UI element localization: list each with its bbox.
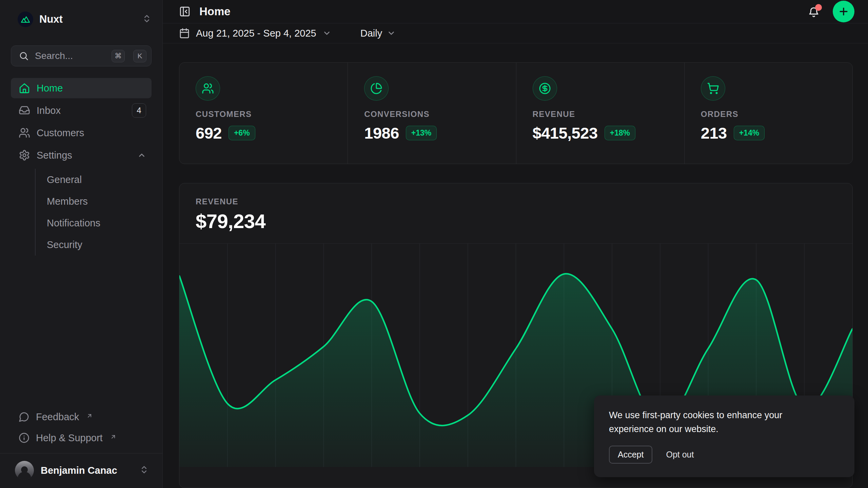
chevron-down-icon — [322, 29, 331, 38]
subnav-label: Notifications — [47, 218, 100, 229]
sidebar-item-home[interactable]: Home — [11, 78, 152, 98]
cookie-message: We use first-party cookies to enhance yo… — [609, 408, 819, 436]
subnav-label: Members — [47, 196, 88, 207]
cookie-banner: We use first-party cookies to enhance yo… — [594, 395, 854, 477]
revenue-chart-header: REVENUE $79,234 — [179, 183, 852, 232]
sidebar-item-inbox[interactable]: Inbox 4 — [11, 100, 152, 121]
stat-delta-badge: +14% — [734, 126, 765, 140]
nuxt-logo-icon — [18, 12, 33, 27]
sidebar-item-label: Inbox — [37, 105, 61, 116]
stat-delta-badge: +18% — [605, 126, 635, 140]
user-name: Benjamin Canac — [41, 465, 117, 476]
sidebar-item-label: Home — [37, 83, 63, 94]
user-menu[interactable]: Benjamin Canac — [11, 453, 152, 488]
stat-value: 213 — [701, 124, 727, 142]
plus-icon — [838, 6, 849, 17]
sidebar-item-customers[interactable]: Customers — [11, 123, 152, 143]
dollar-circle-icon — [533, 76, 557, 101]
main-area: Home Aug 21, 2025 - Sep 4, 2025 — [163, 0, 868, 488]
sidebar-nav: Home Inbox 4 Customers Sett — [11, 78, 152, 256]
header-actions — [808, 1, 854, 22]
message-circle-icon — [19, 411, 29, 422]
filters-toolbar: Aug 21, 2025 - Sep 4, 2025 Daily — [163, 23, 868, 43]
stat-revenue: REVENUE $415,523 +18% — [516, 63, 684, 164]
search-input[interactable]: Search... ⌘ K — [11, 45, 152, 66]
settings-subnav: General Members Notifications Security — [35, 169, 152, 256]
stat-conversions: CONVERSIONS 1986 +13% — [348, 63, 516, 164]
stat-label: ORDERS — [701, 109, 842, 119]
stat-orders: ORDERS 213 +14% — [684, 63, 852, 164]
page-title: Home — [199, 5, 231, 18]
notifications-button[interactable] — [808, 5, 820, 18]
external-link-icon — [86, 410, 93, 422]
avatar — [15, 461, 34, 480]
granularity-value: Daily — [360, 28, 382, 39]
chevrons-up-down-icon — [139, 465, 149, 476]
opt-out-button[interactable]: Opt out — [666, 450, 694, 460]
notification-dot — [815, 4, 822, 11]
workspace-switcher[interactable]: Nuxt — [11, 8, 152, 30]
workspace-name: Nuxt — [39, 13, 63, 25]
stat-value: 1986 — [364, 124, 399, 142]
inbox-count-badge: 4 — [132, 103, 146, 118]
date-range-picker[interactable]: Aug 21, 2025 - Sep 4, 2025 — [179, 28, 331, 39]
users-icon — [19, 127, 30, 139]
stat-delta-badge: +6% — [229, 126, 255, 140]
stat-value: 692 — [196, 124, 222, 142]
stat-label: CUSTOMERS — [196, 109, 337, 119]
stat-label: CONVERSIONS — [364, 109, 506, 119]
stat-label: REVENUE — [533, 109, 674, 119]
cookie-actions: Accept Opt out — [609, 446, 840, 464]
sidebar-item-members[interactable]: Members — [36, 190, 152, 212]
sidebar-item-label: Customers — [37, 127, 84, 139]
date-range-value: Aug 21, 2025 - Sep 4, 2025 — [196, 28, 316, 39]
pie-chart-icon — [364, 76, 389, 101]
sidebar-collapse-button[interactable] — [179, 6, 191, 17]
subnav-label: Security — [47, 239, 82, 250]
footer-link-label: Feedback — [36, 411, 79, 423]
external-link-icon — [110, 431, 117, 443]
users-icon — [196, 76, 220, 101]
gear-icon — [19, 149, 30, 161]
accept-button[interactable]: Accept — [609, 446, 652, 464]
app-window: Nuxt Search... ⌘ K Home — [0, 0, 868, 488]
footer-link-label: Help & Support — [36, 432, 103, 444]
calendar-icon — [179, 28, 190, 39]
home-icon — [19, 82, 30, 94]
sidebar-item-security[interactable]: Security — [36, 234, 152, 256]
sidebar: Nuxt Search... ⌘ K Home — [0, 0, 163, 488]
sidebar-footer: Feedback Help & Support Benjamin Canac — [11, 406, 152, 488]
revenue-value: $79,234 — [196, 210, 836, 232]
add-button[interactable] — [833, 1, 854, 22]
help-support-link[interactable]: Help & Support — [11, 427, 152, 448]
sidebar-item-general[interactable]: General — [36, 169, 152, 190]
search-placeholder: Search... — [35, 50, 105, 61]
stat-customers: CUSTOMERS 692 +6% — [179, 63, 348, 164]
kbd-cmd: ⌘ — [112, 50, 125, 62]
info-circle-icon — [19, 432, 29, 443]
subnav-label: General — [47, 174, 82, 185]
stat-delta-badge: +13% — [406, 126, 437, 140]
search-icon — [19, 51, 29, 61]
chevrons-up-down-icon — [142, 14, 152, 25]
stats-card: CUSTOMERS 692 +6% CONVERSIONS 1986 +13% — [179, 62, 853, 164]
shopping-cart-icon — [701, 76, 725, 101]
chevron-down-icon — [387, 29, 396, 38]
page-header: Home — [163, 0, 868, 23]
inbox-icon — [19, 105, 30, 116]
chevron-up-icon — [137, 151, 146, 160]
revenue-label: REVENUE — [196, 197, 836, 206]
kbd-k: K — [133, 50, 146, 62]
stat-value: $415,523 — [533, 124, 598, 142]
sidebar-item-notifications[interactable]: Notifications — [36, 212, 152, 234]
sidebar-item-settings[interactable]: Settings — [11, 145, 152, 165]
feedback-link[interactable]: Feedback — [11, 406, 152, 427]
sidebar-item-label: Settings — [37, 150, 72, 161]
granularity-select[interactable]: Daily — [360, 28, 396, 39]
